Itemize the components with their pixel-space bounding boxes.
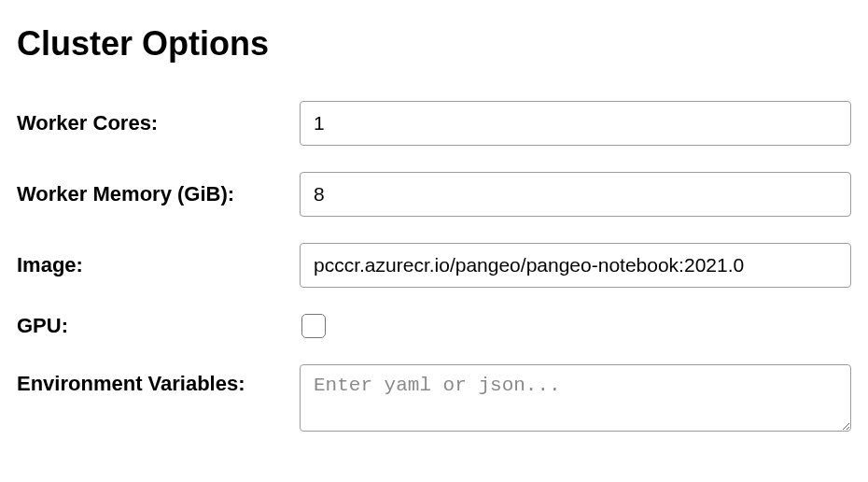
worker-memory-label: Worker Memory (GiB): xyxy=(17,182,300,206)
page-title: Cluster Options xyxy=(17,24,851,64)
worker-memory-input[interactable] xyxy=(300,172,851,217)
image-input[interactable] xyxy=(300,243,851,288)
worker-memory-row: Worker Memory (GiB): xyxy=(17,172,851,217)
env-vars-label: Environment Variables: xyxy=(17,364,300,396)
image-row: Image: xyxy=(17,243,851,288)
worker-cores-label: Worker Cores: xyxy=(17,111,300,135)
gpu-label: GPU: xyxy=(17,314,300,338)
gpu-row: GPU: xyxy=(17,314,851,338)
gpu-checkbox[interactable] xyxy=(301,314,326,338)
image-label: Image: xyxy=(17,253,300,277)
worker-cores-input[interactable] xyxy=(300,101,851,146)
worker-cores-row: Worker Cores: xyxy=(17,101,851,146)
env-vars-textarea[interactable] xyxy=(300,364,851,432)
env-vars-row: Environment Variables: xyxy=(17,364,851,432)
